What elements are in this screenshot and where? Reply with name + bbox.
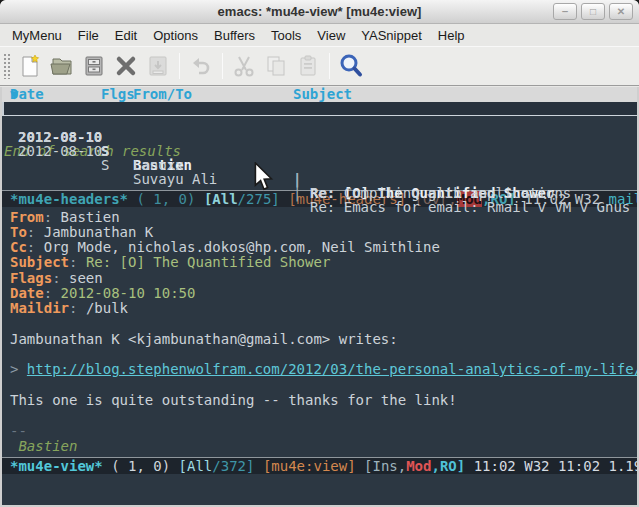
- menu-item-tools[interactable]: Tools: [263, 26, 309, 45]
- modeline-time: 11:02 W32 11:02 1.19: [465, 458, 637, 474]
- menu-bar: MyMenu File Edit Options Buffers Tools V…: [0, 24, 639, 46]
- message-view: From: Bastien To: Jambunathan K Cc: Org …: [2, 207, 637, 457]
- header-field-maildir: Maildir: /bulk: [10, 301, 637, 316]
- blank-line: [10, 347, 637, 362]
- copy-button[interactable]: [260, 50, 292, 82]
- quoted-link-line: > http://blog.stephenwolfram.com/2012/03…: [10, 362, 637, 377]
- menu-item-edit[interactable]: Edit: [107, 26, 145, 45]
- open-file-button[interactable]: [46, 50, 78, 82]
- cut-button[interactable]: [228, 50, 260, 82]
- toolbar-grip[interactable]: [3, 53, 10, 79]
- window-controls: ‒ □ ✕: [553, 3, 633, 20]
- emacs-frame: ▼ Date Flgs From/To Subject 2012-08-10 S…: [0, 87, 639, 507]
- cut-icon: [232, 54, 256, 78]
- paste-button[interactable]: [292, 50, 324, 82]
- minibuffer[interactable]: [2, 474, 637, 506]
- close-button[interactable]: ✕: [609, 3, 633, 20]
- row-from: Lanoxx: [133, 158, 184, 172]
- message-row[interactable]: 2012-08-10 S Suvayu Ali | Re: Emacs for …: [2, 130, 637, 144]
- close-buffer-button[interactable]: [110, 50, 142, 82]
- header-field-date: Date: 2012-08-10 10:50: [10, 286, 637, 301]
- menu-item-buffers[interactable]: Buffers: [206, 26, 263, 45]
- new-file-button[interactable]: [14, 50, 46, 82]
- buffer-name: *mu4e-view*: [10, 458, 103, 474]
- minimize-button[interactable]: ‒: [553, 3, 577, 20]
- menu-item-yasnippet[interactable]: YASnippet: [353, 26, 429, 45]
- menu-item-options[interactable]: Options: [145, 26, 206, 45]
- row-subject: Re: Emacs for email: Rmail v VM v Gnus: [310, 200, 630, 214]
- save-as-button[interactable]: [142, 50, 174, 82]
- save-icon: [82, 54, 106, 78]
- row-subject: Re: Compiling glib applications: [310, 186, 571, 200]
- row-date: 2012-08-10: [18, 144, 102, 158]
- view-mode-line: *mu4e-view* ( 1, 0) [All/372] [mu4e:view…: [2, 457, 637, 474]
- undo-button[interactable]: [185, 50, 217, 82]
- menu-item-help[interactable]: Help: [430, 26, 473, 45]
- open-folder-icon: [50, 54, 74, 78]
- blank-line: [10, 317, 637, 332]
- tool-bar: [0, 46, 639, 86]
- titlebar[interactable]: emacs: *mu4e-view* [mu4e:view] ‒ □ ✕: [0, 0, 639, 24]
- modified-flag: Mod: [406, 458, 431, 474]
- menu-item-mymenu[interactable]: MyMenu: [4, 26, 70, 45]
- toolbar-separator: [222, 53, 223, 79]
- signature: Bastien: [10, 439, 637, 454]
- headers-column-header: ▼ Date Flgs From/To Subject: [2, 87, 637, 102]
- window-title: emacs: *mu4e-view* [mu4e:view]: [0, 4, 639, 19]
- save-button[interactable]: [78, 50, 110, 82]
- toolbar-separator: [329, 53, 330, 79]
- row-separator: |: [293, 186, 301, 200]
- fringe-cursor-marker: [2, 102, 4, 115]
- column-flags[interactable]: Flgs: [101, 87, 135, 102]
- search-button[interactable]: [335, 50, 367, 82]
- search-icon: [338, 53, 364, 79]
- message-row[interactable]: 2012-08-10 S Lanoxx | Re: Compiling glib…: [2, 116, 637, 130]
- row-flags: S: [101, 158, 109, 172]
- close-x-icon: [114, 54, 138, 78]
- header-field-cc: Cc: Org Mode, nicholas.dokos@hp.com, Nei…: [10, 240, 637, 255]
- column-from[interactable]: From/To: [133, 87, 192, 102]
- body-text: This one is quite outstanding -- thanks …: [10, 393, 637, 408]
- signature-separator: --: [10, 424, 637, 439]
- copy-icon: [264, 54, 288, 78]
- header-field-flags: Flags: seen: [10, 271, 637, 286]
- header-field-to: To: Jambunathan K: [10, 225, 637, 240]
- column-subject[interactable]: Subject: [293, 87, 352, 102]
- blank-line: [10, 408, 637, 423]
- header-field-subject: Subject: Re: [O] The Quantified Shower: [10, 255, 637, 270]
- emacs-window: emacs: *mu4e-view* [mu4e:view] ‒ □ ✕ MyM…: [0, 0, 639, 507]
- menu-item-file[interactable]: File: [70, 26, 107, 45]
- body-link[interactable]: http://blog.stephenwolfram.com/2012/03/t…: [27, 361, 637, 377]
- major-mode: [mu4e:view]: [263, 458, 364, 474]
- maximize-button[interactable]: □: [581, 3, 605, 20]
- menu-item-view[interactable]: View: [309, 26, 353, 45]
- blank-line: [10, 378, 637, 393]
- toolbar-separator: [179, 53, 180, 79]
- new-file-icon: [18, 54, 42, 78]
- paste-icon: [296, 54, 320, 78]
- undo-icon: [189, 54, 213, 78]
- save-as-icon: [146, 54, 170, 78]
- body-intro: Jambunathan K <kjambunathan@gmail.com> w…: [10, 332, 637, 347]
- row-separator: |: [293, 172, 301, 186]
- message-row-selected[interactable]: 2012-08-10 S Bastien | Re: [O] The Quant…: [2, 102, 637, 116]
- row-from: Suvayu Ali: [133, 172, 217, 186]
